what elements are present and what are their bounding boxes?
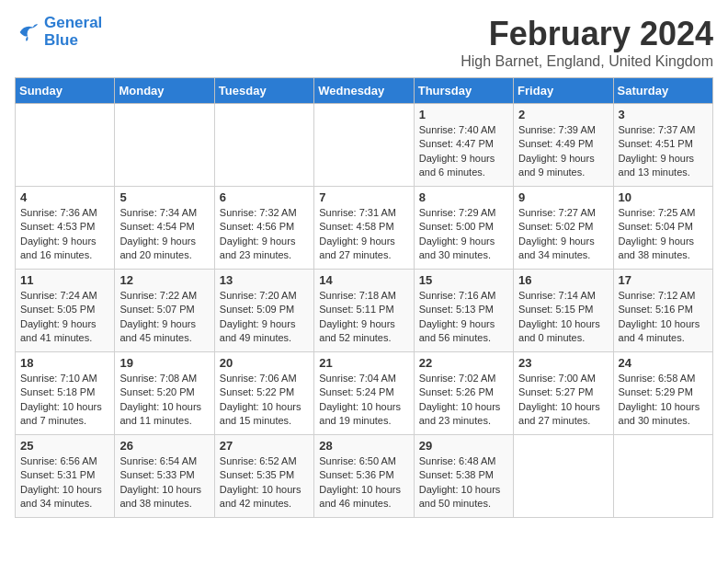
calendar-cell	[115, 104, 214, 187]
calendar-cell: 14Sunrise: 7:18 AM Sunset: 5:11 PM Dayli…	[314, 270, 414, 352]
day-number: 9	[518, 190, 608, 204]
day-number: 26	[119, 439, 209, 453]
calendar-cell: 3Sunrise: 7:37 AM Sunset: 4:51 PM Daylig…	[613, 104, 712, 187]
day-number: 23	[518, 356, 608, 370]
calendar-week-row: 4Sunrise: 7:36 AM Sunset: 4:53 PM Daylig…	[16, 187, 713, 270]
day-info: Sunrise: 7:24 AM Sunset: 5:05 PM Dayligh…	[20, 289, 109, 346]
calendar-week-row: 1Sunrise: 7:40 AM Sunset: 4:47 PM Daylig…	[16, 104, 713, 187]
calendar-cell: 26Sunrise: 6:54 AM Sunset: 5:33 PM Dayli…	[115, 435, 214, 518]
calendar-cell: 22Sunrise: 7:02 AM Sunset: 5:26 PM Dayli…	[414, 352, 513, 435]
calendar-cell	[214, 104, 313, 187]
day-number: 3	[619, 108, 708, 121]
day-number: 17	[619, 273, 708, 287]
calendar-cell: 7Sunrise: 7:31 AM Sunset: 4:58 PM Daylig…	[314, 187, 414, 270]
weekday-header: Saturday	[613, 78, 712, 104]
day-info: Sunrise: 7:10 AM Sunset: 5:18 PM Dayligh…	[20, 372, 109, 429]
day-number: 16	[518, 273, 608, 287]
day-number: 24	[619, 356, 708, 370]
day-number: 22	[419, 356, 508, 370]
logo-line2: Blue	[44, 32, 102, 50]
day-info: Sunrise: 6:56 AM Sunset: 5:31 PM Dayligh…	[20, 454, 109, 511]
day-info: Sunrise: 7:34 AM Sunset: 4:54 PM Dayligh…	[119, 206, 209, 263]
day-info: Sunrise: 7:20 AM Sunset: 5:09 PM Dayligh…	[220, 289, 309, 346]
day-info: Sunrise: 6:50 AM Sunset: 5:36 PM Dayligh…	[319, 454, 408, 511]
day-number: 21	[319, 356, 408, 370]
day-number: 15	[419, 273, 508, 287]
day-info: Sunrise: 7:16 AM Sunset: 5:13 PM Dayligh…	[419, 289, 508, 346]
calendar-cell	[613, 435, 712, 518]
day-number: 13	[220, 273, 309, 287]
weekday-header: Tuesday	[214, 78, 313, 104]
day-info: Sunrise: 7:27 AM Sunset: 5:02 PM Dayligh…	[518, 206, 608, 263]
day-info: Sunrise: 7:02 AM Sunset: 5:26 PM Dayligh…	[419, 372, 508, 429]
day-info: Sunrise: 7:25 AM Sunset: 5:04 PM Dayligh…	[619, 206, 708, 263]
calendar-cell: 13Sunrise: 7:20 AM Sunset: 5:09 PM Dayli…	[214, 270, 313, 352]
calendar-cell: 2Sunrise: 7:39 AM Sunset: 4:49 PM Daylig…	[514, 104, 613, 187]
calendar-cell: 20Sunrise: 7:06 AM Sunset: 5:22 PM Dayli…	[214, 352, 313, 435]
day-number: 25	[20, 439, 109, 453]
calendar-cell: 9Sunrise: 7:27 AM Sunset: 5:02 PM Daylig…	[514, 187, 613, 270]
calendar-cell	[16, 104, 115, 187]
day-number: 20	[220, 356, 309, 370]
day-info: Sunrise: 7:40 AM Sunset: 4:47 PM Dayligh…	[419, 123, 508, 180]
calendar-cell: 16Sunrise: 7:14 AM Sunset: 5:15 PM Dayli…	[514, 270, 613, 352]
day-info: Sunrise: 7:04 AM Sunset: 5:24 PM Dayligh…	[319, 372, 408, 429]
weekday-header: Thursday	[414, 78, 513, 104]
day-info: Sunrise: 7:12 AM Sunset: 5:16 PM Dayligh…	[619, 289, 708, 346]
calendar-cell: 25Sunrise: 6:56 AM Sunset: 5:31 PM Dayli…	[16, 435, 115, 518]
logo-line1: General	[44, 15, 102, 32]
weekday-header: Sunday	[16, 78, 115, 104]
weekday-header: Monday	[115, 78, 214, 104]
calendar-cell: 19Sunrise: 7:08 AM Sunset: 5:20 PM Dayli…	[115, 352, 214, 435]
calendar-week-row: 11Sunrise: 7:24 AM Sunset: 5:05 PM Dayli…	[16, 270, 713, 352]
calendar-cell: 12Sunrise: 7:22 AM Sunset: 5:07 PM Dayli…	[115, 270, 214, 352]
day-number: 14	[319, 273, 408, 287]
calendar-cell: 21Sunrise: 7:04 AM Sunset: 5:24 PM Dayli…	[314, 352, 414, 435]
calendar-cell: 27Sunrise: 6:52 AM Sunset: 5:35 PM Dayli…	[214, 435, 313, 518]
day-number: 28	[319, 439, 408, 453]
day-number: 18	[20, 356, 109, 370]
page-title: February 2024	[461, 15, 713, 53]
page-header: General Blue February 2024 High Barnet, …	[15, 15, 713, 70]
calendar-week-row: 18Sunrise: 7:10 AM Sunset: 5:18 PM Dayli…	[16, 352, 713, 435]
day-number: 2	[518, 108, 608, 121]
day-number: 11	[20, 273, 109, 287]
logo: General Blue	[15, 15, 102, 49]
day-info: Sunrise: 7:29 AM Sunset: 5:00 PM Dayligh…	[419, 206, 508, 263]
day-info: Sunrise: 6:48 AM Sunset: 5:38 PM Dayligh…	[419, 454, 508, 511]
calendar-cell: 11Sunrise: 7:24 AM Sunset: 5:05 PM Dayli…	[16, 270, 115, 352]
page-subtitle: High Barnet, England, United Kingdom	[461, 53, 713, 70]
calendar-cell	[314, 104, 414, 187]
day-info: Sunrise: 6:52 AM Sunset: 5:35 PM Dayligh…	[220, 454, 309, 511]
calendar-cell: 10Sunrise: 7:25 AM Sunset: 5:04 PM Dayli…	[613, 187, 712, 270]
calendar-cell: 17Sunrise: 7:12 AM Sunset: 5:16 PM Dayli…	[613, 270, 712, 352]
day-number: 27	[220, 439, 309, 453]
day-number: 6	[220, 190, 309, 204]
day-info: Sunrise: 7:08 AM Sunset: 5:20 PM Dayligh…	[119, 372, 209, 429]
day-number: 12	[119, 273, 209, 287]
calendar-cell	[514, 435, 613, 518]
day-number: 4	[20, 190, 109, 204]
title-block: February 2024 High Barnet, England, Unit…	[461, 15, 713, 70]
day-number: 7	[319, 190, 408, 204]
calendar-cell: 5Sunrise: 7:34 AM Sunset: 4:54 PM Daylig…	[115, 187, 214, 270]
calendar-header: SundayMondayTuesdayWednesdayThursdayFrid…	[16, 78, 713, 104]
day-number: 8	[419, 190, 508, 204]
day-info: Sunrise: 7:39 AM Sunset: 4:49 PM Dayligh…	[518, 123, 608, 180]
weekday-header: Friday	[514, 78, 613, 104]
day-info: Sunrise: 7:00 AM Sunset: 5:27 PM Dayligh…	[518, 372, 608, 429]
day-info: Sunrise: 7:18 AM Sunset: 5:11 PM Dayligh…	[319, 289, 408, 346]
day-info: Sunrise: 6:58 AM Sunset: 5:29 PM Dayligh…	[619, 372, 708, 429]
day-info: Sunrise: 7:31 AM Sunset: 4:58 PM Dayligh…	[319, 206, 408, 263]
calendar-cell: 15Sunrise: 7:16 AM Sunset: 5:13 PM Dayli…	[414, 270, 513, 352]
day-number: 19	[119, 356, 209, 370]
day-info: Sunrise: 7:32 AM Sunset: 4:56 PM Dayligh…	[220, 206, 309, 263]
calendar-cell: 8Sunrise: 7:29 AM Sunset: 5:00 PM Daylig…	[414, 187, 513, 270]
calendar-cell: 23Sunrise: 7:00 AM Sunset: 5:27 PM Dayli…	[514, 352, 613, 435]
calendar-table: SundayMondayTuesdayWednesdayThursdayFrid…	[15, 77, 713, 518]
day-info: Sunrise: 6:54 AM Sunset: 5:33 PM Dayligh…	[119, 454, 209, 511]
calendar-cell: 18Sunrise: 7:10 AM Sunset: 5:18 PM Dayli…	[16, 352, 115, 435]
calendar-cell: 4Sunrise: 7:36 AM Sunset: 4:53 PM Daylig…	[16, 187, 115, 270]
day-info: Sunrise: 7:37 AM Sunset: 4:51 PM Dayligh…	[619, 123, 708, 180]
day-info: Sunrise: 7:14 AM Sunset: 5:15 PM Dayligh…	[518, 289, 608, 346]
